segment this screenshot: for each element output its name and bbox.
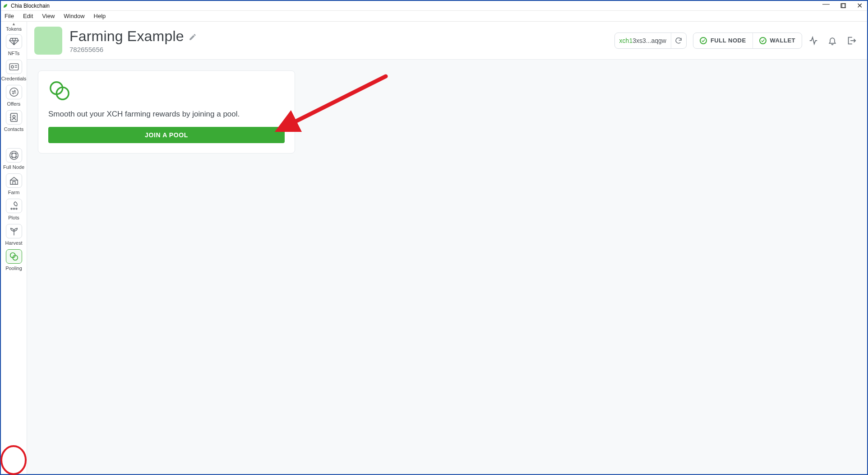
content-area: Smooth out your XCH farming rewards by j… xyxy=(27,60,867,164)
svg-point-14 xyxy=(13,208,14,210)
svg-rect-0 xyxy=(841,4,845,8)
pooling-card-icon xyxy=(48,80,285,102)
sidebar-item-credentials[interactable]: Credentials xyxy=(1,57,27,82)
status-fullnode[interactable]: FULL NODE xyxy=(693,33,753,48)
sidebar-item-label: Pooling xyxy=(5,265,22,271)
sidebar-item-plots[interactable]: Plots xyxy=(1,196,27,221)
sidebar-item-farm[interactable]: Farm xyxy=(1,171,27,196)
card-description: Smooth out your XCH farming rewards by j… xyxy=(48,110,285,119)
sidebar-item-label: Farm xyxy=(8,190,20,195)
svg-point-3 xyxy=(11,65,13,68)
status-wallet[interactable]: WALLET xyxy=(753,33,802,48)
join-pool-button[interactable]: JOIN A POOL xyxy=(48,127,285,143)
app-leaf-icon xyxy=(3,3,8,9)
app-window: Chia Blockchain — ✕ File Edit View Windo… xyxy=(0,0,868,475)
status-fullnode-label: FULL NODE xyxy=(711,37,746,44)
sidebar-item-label: Credentials xyxy=(1,76,27,81)
check-icon xyxy=(759,37,766,44)
menu-help[interactable]: Help xyxy=(89,12,111,20)
diamond-icon xyxy=(6,34,22,49)
receive-address[interactable]: xch1 3xs3...aqgw xyxy=(614,33,687,49)
activity-icon[interactable] xyxy=(808,36,818,46)
edit-pencil-icon[interactable] xyxy=(189,33,197,41)
wallet-fingerprint: 782655656 xyxy=(69,46,197,53)
pooling-icon xyxy=(6,249,22,264)
sidebar-item-label: Contacts xyxy=(4,126,23,132)
refresh-icon[interactable] xyxy=(671,33,686,48)
logout-icon[interactable] xyxy=(846,36,856,46)
node-icon xyxy=(6,148,22,163)
svg-point-8 xyxy=(13,115,15,117)
svg-point-13 xyxy=(11,208,12,210)
svg-line-21 xyxy=(282,76,386,128)
svg-rect-7 xyxy=(10,113,17,121)
svg-point-6 xyxy=(9,88,18,96)
svg-point-15 xyxy=(16,208,17,210)
header: Farming Example 782655656 xch1 3xs3...aq… xyxy=(27,22,867,60)
status-group: FULL NODE WALLET xyxy=(693,33,802,49)
svg-rect-1 xyxy=(842,4,846,8)
main: Farming Example 782655656 xch1 3xs3...aq… xyxy=(27,22,867,474)
swap-icon xyxy=(6,85,22,99)
menubar: File Edit View Window Help xyxy=(1,11,867,22)
sidebar: ▲ Tokens NFTs Credenti xyxy=(1,22,27,474)
sidebar-item-label: Plots xyxy=(8,215,19,220)
sidebar-item-label: Tokens xyxy=(6,26,22,32)
sidebar-item-offers[interactable]: Offers xyxy=(1,82,27,107)
contacts-icon xyxy=(6,110,22,125)
leafdots-icon xyxy=(6,199,22,213)
sidebar-item-label: Full Node xyxy=(3,164,24,170)
check-icon xyxy=(700,37,707,44)
menu-file[interactable]: File xyxy=(3,12,18,20)
window-minimize-icon[interactable]: — xyxy=(822,0,830,8)
sidebar-scroll-up-icon[interactable]: ▲ xyxy=(1,22,27,26)
window-close-icon[interactable]: ✕ xyxy=(857,2,863,9)
wallet-avatar xyxy=(34,27,62,55)
status-wallet-label: WALLET xyxy=(770,37,795,44)
annotation-ellipse xyxy=(0,445,27,475)
titlebar: Chia Blockchain — ✕ xyxy=(1,1,867,11)
address-prefix: xch1 xyxy=(619,37,633,44)
sprout-icon xyxy=(6,224,22,238)
window-title: Chia Blockchain xyxy=(11,3,50,9)
bell-icon[interactable] xyxy=(827,36,837,46)
sidebar-item-label: Offers xyxy=(7,101,21,107)
sidebar-item-nfts[interactable]: NFTs xyxy=(1,32,27,57)
svg-point-18 xyxy=(1,446,26,474)
sidebar-item-harvest[interactable]: Harvest xyxy=(1,221,27,247)
barn-icon xyxy=(6,173,22,188)
id-card-icon xyxy=(6,60,22,74)
sidebar-item-pooling[interactable]: Pooling xyxy=(1,247,27,272)
page-title: Farming Example xyxy=(69,28,184,45)
svg-point-12 xyxy=(9,151,18,159)
menu-edit[interactable]: Edit xyxy=(18,12,37,20)
sidebar-item-label: NFTs xyxy=(8,51,20,56)
join-pool-card: Smooth out your XCH farming rewards by j… xyxy=(38,70,295,154)
sidebar-item-label: Harvest xyxy=(5,240,23,246)
menu-window[interactable]: Window xyxy=(59,12,89,20)
window-maximize-icon[interactable] xyxy=(840,3,846,9)
sidebar-item-fullnode[interactable]: Full Node xyxy=(1,145,27,171)
address-rest: 3xs3...aqgw xyxy=(633,37,666,44)
window-controls: — ✕ xyxy=(822,2,866,9)
menu-view[interactable]: View xyxy=(37,12,59,20)
sidebar-item-contacts[interactable]: Contacts xyxy=(1,107,27,133)
